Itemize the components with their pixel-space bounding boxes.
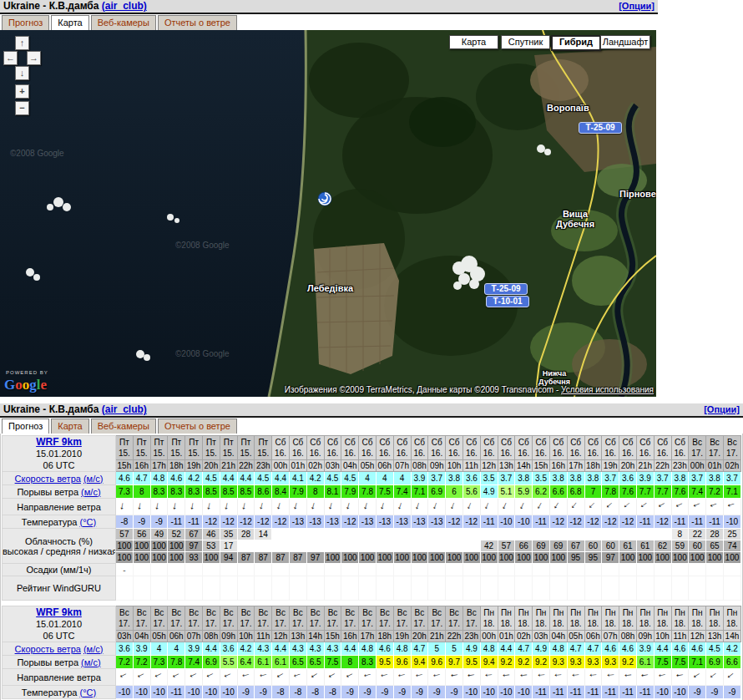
precip-cell — [567, 564, 584, 576]
day-abbr: Вс — [341, 607, 358, 618]
hour-header-cell: 18h — [584, 460, 602, 472]
model-link[interactable]: WRF 9km — [36, 436, 82, 448]
wind-speed-link[interactable]: Скорость ветра — [15, 474, 81, 484]
temp-cell: -11 — [619, 686, 637, 699]
cloud-low-cell: 97 — [602, 552, 619, 564]
cloud-low-cell: 100 — [202, 552, 220, 564]
temperature-unit-link[interactable]: (°C) — [80, 517, 97, 527]
wind-speed-unit-link[interactable]: (м/с) — [83, 644, 103, 654]
tab-map[interactable]: Карта — [51, 15, 88, 30]
day-abbr: Пн — [706, 607, 723, 618]
pan-down-button[interactable]: ↓ — [15, 66, 29, 80]
map-attribution: Изображения ©2009 TerraMetrics, Данные к… — [285, 385, 654, 394]
direction-cell: → — [671, 499, 689, 515]
air-club-link[interactable]: (air_club) — [102, 403, 147, 415]
speed-cell: 4.8 — [480, 642, 498, 656]
terms-of-use-link[interactable]: Условия использования — [561, 385, 654, 394]
cloud-low-cell: 95 — [567, 552, 584, 564]
wind-speed-link[interactable]: Скорость ветра — [15, 644, 81, 654]
spot-marker-icon[interactable] — [317, 191, 332, 210]
tab-map[interactable]: Карта — [51, 418, 88, 434]
place-label-line: Вища — [544, 209, 606, 219]
zoom-in-button[interactable]: + — [15, 84, 29, 99]
temp-cell: -11 — [602, 686, 619, 699]
day-header-cell: Вс17. — [393, 606, 411, 631]
tab-wind-reports[interactable]: Отчеты о ветре — [158, 15, 237, 30]
direction-cell: → — [462, 669, 480, 686]
satellite-map[interactable]: ©2008 Google ©2008 Google ©2008 Google ↑… — [0, 30, 656, 397]
wind-gust-unit-link[interactable]: (м/с) — [81, 487, 100, 497]
rating-cell — [393, 576, 411, 601]
cloud-low-cell: 87 — [272, 552, 290, 564]
cloud-low-cell: 100 — [515, 552, 533, 564]
hour-header-cell: 22h — [654, 460, 671, 472]
options-link[interactable]: [Опции] — [619, 0, 655, 13]
day-date: 18. — [689, 618, 705, 629]
direction-cell: → — [480, 669, 498, 686]
day-abbr: Вс — [168, 607, 184, 618]
cloud-mid-cell: 60 — [602, 540, 619, 552]
day-header-cell: Вс17. — [150, 606, 168, 631]
temp-cell: -9 — [255, 686, 272, 699]
tab-forecast[interactable]: Прогноз — [2, 418, 49, 434]
tab-wind-reports[interactable]: Отчеты о ветре — [158, 418, 237, 434]
cloud-mid-cell: 97 — [185, 540, 203, 552]
temp-cell: -11 — [584, 686, 602, 699]
hour-header-cell: 00h — [272, 460, 290, 472]
cloud-high-cell: 35 — [220, 529, 237, 540]
tab-forecast[interactable]: Прогноз — [2, 15, 49, 30]
day-date: 15. — [134, 448, 150, 459]
map-type-map[interactable]: Карта — [449, 35, 498, 49]
day-header-cell: Пн18. — [619, 606, 637, 631]
model-link[interactable]: WRF 9km — [36, 606, 82, 618]
gust-cell: 9.6 — [428, 656, 446, 669]
wind-direction-arrow-icon: → — [377, 500, 392, 514]
direction-cell: → — [654, 499, 671, 515]
speed-cell: 4 — [168, 642, 185, 656]
zoom-out-button[interactable]: − — [15, 101, 29, 115]
day-header-cell: Сб16. — [515, 436, 533, 460]
google-logo[interactable]: Google — [4, 377, 47, 393]
cloud-low-cell: 100 — [689, 552, 706, 564]
wind-direction-arrow-icon: → — [291, 669, 305, 684]
map-type-hybrid[interactable]: Гибрид — [551, 35, 601, 51]
wind-speed-unit-link[interactable]: (м/с) — [83, 474, 103, 484]
day-abbr: Пт — [116, 437, 133, 448]
precip-cell — [150, 564, 168, 576]
day-header-cell: Пн18. — [654, 606, 671, 631]
direction-cell: → — [359, 499, 377, 515]
cloud-high-cell — [584, 529, 602, 540]
map-type-terrain[interactable]: Ландшафт — [600, 35, 650, 49]
wind-gust-unit-link[interactable]: (м/с) — [81, 657, 100, 667]
gust-cell: 9.5 — [376, 656, 393, 669]
cloud-low-cell: 97 — [306, 552, 324, 564]
hour-header-cell: 03h — [533, 631, 550, 642]
cloud-high-cell — [289, 529, 306, 540]
cloud-high-cell — [306, 529, 324, 540]
day-date: 18. — [724, 618, 740, 629]
day-header-cell: Сб16. — [324, 436, 341, 460]
hour-header-cell: 07h — [185, 631, 203, 642]
cloud-low-cell: 95 — [584, 552, 602, 564]
pan-left-button[interactable]: ← — [3, 51, 18, 65]
cloud-low-cell: 87 — [255, 552, 272, 564]
day-abbr: Вс — [325, 607, 341, 618]
day-header-cell: Вс17. — [220, 606, 237, 631]
pan-right-button[interactable]: → — [27, 51, 41, 65]
options-link[interactable]: [Опции] — [704, 403, 740, 416]
gust-cell: 9.4 — [411, 656, 428, 669]
tab-webcams[interactable]: Веб-камеры — [91, 15, 156, 30]
hour-header-cell: 01h — [706, 460, 724, 472]
pan-up-button[interactable]: ↑ — [15, 36, 29, 50]
map-type-satellite[interactable]: Спутник — [501, 35, 550, 49]
day-header-cell: Вс17. — [202, 606, 220, 631]
direction-cell: → — [706, 499, 724, 515]
hour-header-cell: 01h — [289, 460, 306, 472]
day-abbr: Сб — [619, 437, 636, 448]
wind-direction-arrow-icon: → — [186, 669, 201, 685]
tab-webcams[interactable]: Веб-камеры — [91, 418, 156, 434]
air-club-link[interactable]: (air_club) — [102, 0, 147, 12]
temperature-unit-link[interactable]: (°C) — [80, 687, 97, 697]
day-header-cell: Сб16. — [602, 436, 619, 460]
speed-cell: 4.4 — [272, 642, 290, 656]
